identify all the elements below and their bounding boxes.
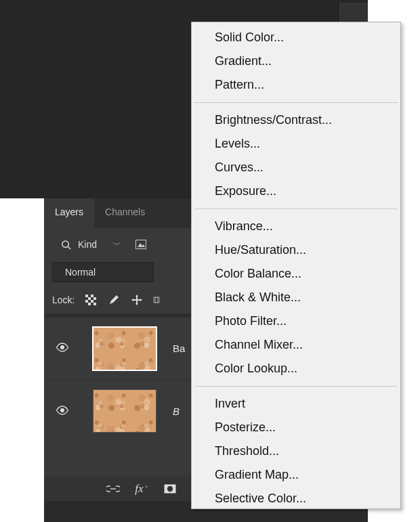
layer-mask-icon[interactable] <box>163 482 177 496</box>
layer-effects-icon[interactable]: fx˅ <box>135 482 148 496</box>
svg-rect-12 <box>93 303 96 305</box>
move-icon[interactable] <box>130 293 144 307</box>
svg-line-1 <box>68 246 70 249</box>
menu-item[interactable]: Selective Color... <box>192 487 400 510</box>
svg-point-19 <box>167 486 173 492</box>
layer-thumbnail[interactable] <box>93 327 156 370</box>
svg-rect-6 <box>91 295 93 297</box>
svg-rect-10 <box>91 300 93 303</box>
menu-item[interactable]: Color Balance... <box>192 262 400 286</box>
menu-item[interactable]: Photo Filter... <box>192 309 400 333</box>
menu-separator <box>194 386 398 387</box>
kind-filter-dropdown[interactable]: Kind ﹀ <box>52 235 127 254</box>
menu-item[interactable]: Color Lookup... <box>192 357 400 380</box>
menu-item[interactable]: Vibrance... <box>192 215 400 238</box>
svg-point-17 <box>60 408 64 412</box>
svg-marker-3 <box>138 243 145 247</box>
svg-rect-11 <box>88 303 91 305</box>
lock-label: Lock: <box>52 295 75 305</box>
menu-item[interactable]: Curves... <box>192 156 400 179</box>
tab-layers[interactable]: Layers <box>44 198 94 228</box>
svg-rect-9 <box>85 300 88 303</box>
search-icon <box>59 238 72 251</box>
menu-item[interactable]: Channel Mixer... <box>192 333 400 357</box>
menu-separator <box>194 102 398 103</box>
menu-item[interactable]: Brightness/Contrast... <box>192 108 400 132</box>
menu-item[interactable]: Levels... <box>192 132 400 156</box>
brush-icon[interactable] <box>107 293 121 307</box>
svg-rect-7 <box>88 297 91 300</box>
menu-item[interactable]: Invert <box>192 392 400 416</box>
menu-item[interactable]: Solid Color... <box>192 26 400 49</box>
layer-name-label[interactable]: B <box>173 406 180 417</box>
layer-name-label[interactable]: Ba <box>173 343 185 354</box>
kind-filter-label: Kind <box>78 239 97 250</box>
menu-item[interactable]: Hue/Saturation... <box>192 238 400 262</box>
svg-rect-5 <box>85 295 88 297</box>
menu-item[interactable]: Gradient... <box>192 49 400 73</box>
svg-rect-8 <box>93 297 96 300</box>
visibility-toggle-icon[interactable] <box>55 406 70 417</box>
blend-mode-dropdown[interactable]: Normal <box>52 262 154 282</box>
menu-item[interactable]: Gradient Map... <box>192 463 400 487</box>
artboard-lock-icon[interactable] <box>153 293 160 307</box>
menu-item[interactable]: Posterize... <box>192 416 400 439</box>
visibility-toggle-icon[interactable] <box>55 343 70 354</box>
svg-point-16 <box>60 345 64 349</box>
adjustment-layer-context-menu: Solid Color...Gradient...Pattern...Brigh… <box>191 22 401 509</box>
menu-separator <box>194 209 398 209</box>
lock-transparent-icon[interactable] <box>84 293 98 307</box>
link-layers-icon[interactable] <box>106 482 120 496</box>
menu-item[interactable]: Pattern... <box>192 73 400 97</box>
menu-item[interactable]: Black & White... <box>192 286 400 309</box>
layer-thumbnail[interactable] <box>93 389 156 433</box>
menu-item[interactable]: Threshold... <box>192 439 400 463</box>
blend-mode-label: Normal <box>65 267 96 278</box>
svg-rect-13 <box>154 297 160 303</box>
menu-item[interactable]: Exposure... <box>192 179 400 203</box>
svg-point-0 <box>62 240 68 246</box>
chevron-down-icon: ﹀ <box>113 240 121 250</box>
tab-channels[interactable]: Channels <box>94 198 156 228</box>
image-filter-icon[interactable] <box>134 238 148 251</box>
